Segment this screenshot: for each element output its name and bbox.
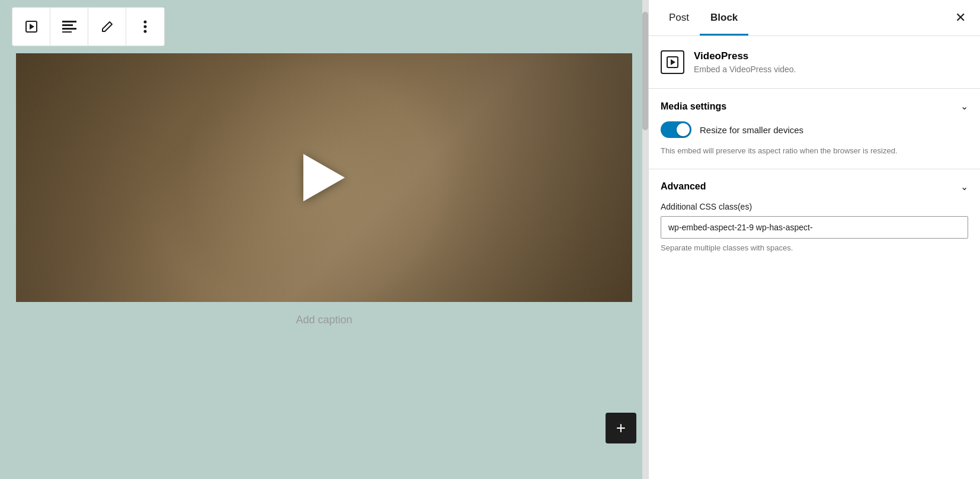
sidebar: Post Block ✕ VideoPress Embed a VideoPre… <box>648 0 980 479</box>
advanced-section: Advanced ⌄ Additional CSS class(es) Sepa… <box>649 169 980 264</box>
advanced-chevron-icon: ⌄ <box>960 181 968 192</box>
video-block[interactable]: Add caption <box>16 53 632 338</box>
block-toolbar <box>12 7 165 46</box>
edit-button[interactable] <box>88 8 126 46</box>
sidebar-tabs: Post Block ✕ <box>649 0 980 36</box>
svg-marker-1 <box>30 24 34 30</box>
resize-toggle-description: This embed will preserve its aspect rati… <box>661 145 968 157</box>
resize-toggle-label: Resize for smaller devices <box>700 125 803 135</box>
play-button-icon[interactable] <box>303 154 345 201</box>
align-icon <box>62 21 76 33</box>
align-button[interactable] <box>50 8 88 46</box>
close-sidebar-button[interactable]: ✕ <box>950 5 971 30</box>
scrollbar-thumb[interactable] <box>642 12 648 130</box>
svg-rect-5 <box>62 31 72 33</box>
svg-rect-3 <box>62 24 73 26</box>
css-classes-input[interactable] <box>661 216 968 239</box>
toggle-thumb <box>677 123 690 136</box>
tab-underline <box>700 34 748 36</box>
svg-point-8 <box>144 30 147 33</box>
edit-icon <box>101 20 114 33</box>
media-settings-section: Media settings ⌄ Resize for smaller devi… <box>649 89 980 169</box>
add-block-button[interactable]: + <box>606 413 636 443</box>
svg-rect-4 <box>62 28 76 30</box>
svg-point-6 <box>144 21 147 24</box>
block-info-text: VideoPress Embed a VideoPress video. <box>694 50 796 74</box>
video-thumbnail[interactable] <box>16 53 632 302</box>
block-description: Embed a VideoPress video. <box>694 65 796 74</box>
block-info-section: VideoPress Embed a VideoPress video. <box>649 36 980 89</box>
svg-point-7 <box>144 25 147 28</box>
svg-rect-2 <box>62 21 76 22</box>
resize-toggle-row: Resize for smaller devices <box>661 121 968 138</box>
block-title: VideoPress <box>694 50 796 62</box>
css-classes-label: Additional CSS class(es) <box>661 202 968 211</box>
css-classes-hint: Separate multiple classes with spaces. <box>661 243 968 252</box>
video-block-icon <box>24 20 39 34</box>
svg-marker-10 <box>671 59 675 65</box>
video-icon-button[interactable] <box>12 8 50 46</box>
block-type-icon <box>661 50 684 74</box>
resize-toggle[interactable] <box>661 121 691 138</box>
tab-post[interactable]: Post <box>658 0 700 36</box>
advanced-title: Advanced <box>661 181 706 192</box>
caption-field[interactable]: Add caption <box>16 302 632 338</box>
tab-block[interactable]: Block <box>700 0 748 36</box>
media-settings-chevron-icon: ⌄ <box>960 101 968 112</box>
advanced-header[interactable]: Advanced ⌄ <box>661 181 968 192</box>
media-settings-title: Media settings <box>661 101 726 112</box>
scrollbar[interactable] <box>642 0 648 479</box>
more-options-button[interactable] <box>126 8 164 46</box>
media-settings-header[interactable]: Media settings ⌄ <box>661 101 968 112</box>
editor-area: Add caption + <box>0 0 648 479</box>
videopress-icon <box>667 56 678 68</box>
more-options-icon <box>143 20 147 33</box>
